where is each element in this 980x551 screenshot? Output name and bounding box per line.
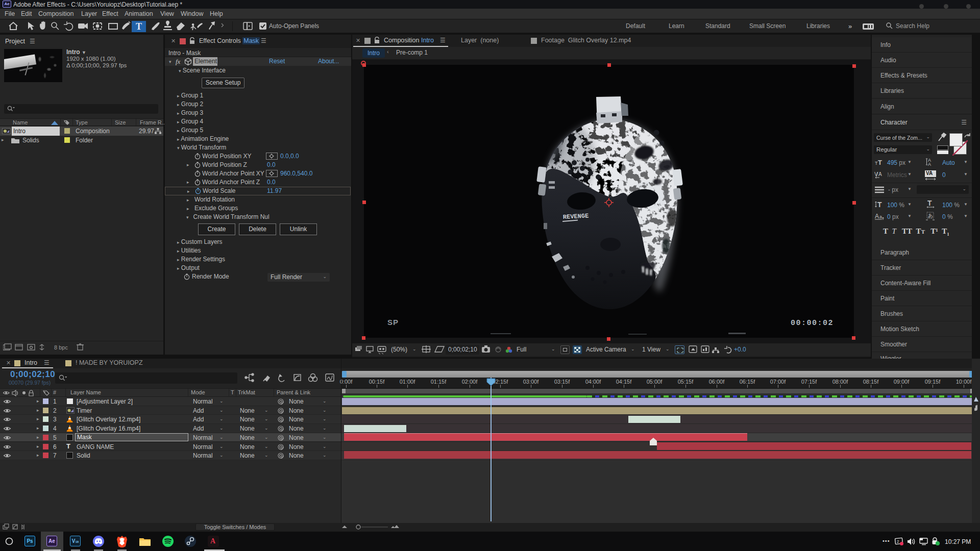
svg-text:A: A: [878, 171, 882, 177]
svg-text:REVENGE: REVENGE: [562, 212, 589, 221]
svg-text:8 bpc: 8 bpc: [54, 344, 68, 350]
svg-text:T: T: [136, 21, 142, 32]
svg-text:A: A: [875, 213, 879, 220]
svg-text:A: A: [928, 162, 931, 166]
svg-text:a: a: [879, 214, 882, 219]
svg-text:T: T: [877, 201, 882, 208]
svg-text:あ: あ: [928, 213, 933, 218]
svg-text:T: T: [927, 200, 932, 207]
svg-text:2: 2: [897, 539, 899, 544]
svg-text:T: T: [878, 159, 882, 166]
